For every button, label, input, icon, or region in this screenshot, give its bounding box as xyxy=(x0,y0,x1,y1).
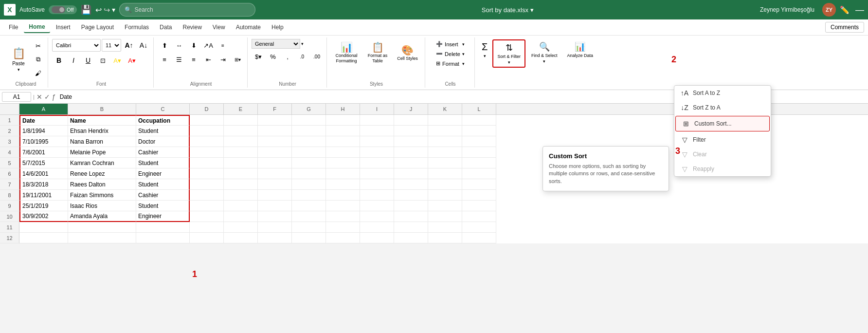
cell-b6[interactable]: Renee Lopez xyxy=(68,168,136,179)
cell-a12[interactable] xyxy=(19,233,68,243)
cell-c10[interactable]: Engineer xyxy=(136,211,190,222)
wrap-text-button[interactable]: ≡ xyxy=(216,39,230,52)
cell-e11[interactable] xyxy=(224,222,258,233)
number-format-select[interactable]: General xyxy=(252,39,300,49)
currency-button[interactable]: $▾ xyxy=(252,50,265,63)
cell-e7[interactable] xyxy=(224,179,258,190)
merge-button[interactable]: ⊞▾ xyxy=(231,53,244,66)
cell-c3[interactable]: Doctor xyxy=(136,136,190,147)
cell-e6[interactable] xyxy=(224,168,258,179)
cell-g10[interactable] xyxy=(292,211,326,222)
autosave-toggle[interactable]: Off xyxy=(49,5,76,14)
cell-a10[interactable]: 30/9/2002 xyxy=(19,211,68,222)
cell-g2[interactable] xyxy=(292,126,326,136)
cell-h8[interactable] xyxy=(326,190,360,201)
quick-access-icon[interactable]: ▾ xyxy=(112,6,115,14)
cell-h11[interactable] xyxy=(326,222,360,233)
align-center-button[interactable]: ☰ xyxy=(172,53,186,66)
cell-c8[interactable]: Cashier xyxy=(136,190,190,201)
align-left-button[interactable]: ≡ xyxy=(158,53,171,66)
cell-i4[interactable] xyxy=(360,147,394,158)
cell-d7[interactable] xyxy=(190,179,224,190)
cell-l7[interactable] xyxy=(462,179,496,190)
cell-k5[interactable] xyxy=(428,158,462,168)
percent-button[interactable]: % xyxy=(266,50,280,63)
cell-h9[interactable] xyxy=(326,201,360,211)
cell-l1[interactable] xyxy=(462,115,496,126)
cell-b12[interactable] xyxy=(68,233,136,243)
decrease-decimal-button[interactable]: .0 xyxy=(295,50,309,63)
col-header-c[interactable]: C xyxy=(136,104,190,114)
cell-e1[interactable] xyxy=(224,115,258,126)
save-icon[interactable]: 💾 xyxy=(81,4,91,15)
cell-e10[interactable] xyxy=(224,211,258,222)
cut-button[interactable]: ✂ xyxy=(31,39,45,52)
cell-e3[interactable] xyxy=(224,136,258,147)
filter-item[interactable]: ▽ Filter xyxy=(674,132,771,147)
cell-e8[interactable] xyxy=(224,190,258,201)
cell-d8[interactable] xyxy=(190,190,224,201)
cell-l10[interactable] xyxy=(462,211,496,222)
cell-j8[interactable] xyxy=(394,190,428,201)
cell-j12[interactable] xyxy=(394,233,428,243)
cell-b4[interactable]: Melanie Pope xyxy=(68,147,136,158)
cell-l4[interactable] xyxy=(462,147,496,158)
col-header-e[interactable]: E xyxy=(224,104,258,114)
menu-data[interactable]: Data xyxy=(155,22,177,33)
cell-g12[interactable] xyxy=(292,233,326,243)
cell-l9[interactable] xyxy=(462,201,496,211)
cell-d3[interactable] xyxy=(190,136,224,147)
cell-k2[interactable] xyxy=(428,126,462,136)
cell-a4[interactable]: 7/6/2001 xyxy=(19,147,68,158)
format-painter-button[interactable]: 🖌 xyxy=(31,67,45,79)
cell-j10[interactable] xyxy=(394,211,428,222)
increase-font-button[interactable]: A↑ xyxy=(122,39,136,52)
cell-h2[interactable] xyxy=(326,126,360,136)
cell-b10[interactable]: Amanda Ayala xyxy=(68,211,136,222)
cell-b3[interactable]: Nana Barron xyxy=(68,136,136,147)
font-name-select[interactable]: Calibri xyxy=(52,39,101,52)
col-header-f[interactable]: F xyxy=(258,104,292,114)
cell-i6[interactable] xyxy=(360,168,394,179)
cell-i3[interactable] xyxy=(360,136,394,147)
cell-l12[interactable] xyxy=(462,233,496,243)
cell-f4[interactable] xyxy=(258,147,292,158)
cell-d6[interactable] xyxy=(190,168,224,179)
cell-b8[interactable]: Faizan Simmons xyxy=(68,190,136,201)
insert-button[interactable]: ➕ Insert ▾ xyxy=(433,39,468,49)
cell-a11[interactable] xyxy=(19,222,68,233)
col-header-g[interactable]: G xyxy=(292,104,326,114)
col-header-l[interactable]: L xyxy=(462,104,496,114)
cancel-formula-icon[interactable]: ✕ xyxy=(36,93,42,101)
align-top-button[interactable]: ⬆ xyxy=(158,39,171,52)
sort-z-to-a-item[interactable]: ↓Z Sort Z to A xyxy=(674,100,771,115)
cell-l8[interactable] xyxy=(462,190,496,201)
menu-formulas[interactable]: Formulas xyxy=(120,22,154,33)
cell-f5[interactable] xyxy=(258,158,292,168)
col-header-i[interactable]: I xyxy=(360,104,394,114)
cell-i2[interactable] xyxy=(360,126,394,136)
comma-button[interactable]: , xyxy=(281,50,294,63)
cell-j3[interactable] xyxy=(394,136,428,147)
menu-review[interactable]: Review xyxy=(178,22,206,33)
cell-styles-button[interactable]: 🎨 Cell Styles xyxy=(394,39,421,66)
cell-e9[interactable] xyxy=(224,201,258,211)
format-as-table-button[interactable]: 📋 Format as Table xyxy=(363,39,392,66)
cell-h1[interactable] xyxy=(326,115,360,126)
border-button[interactable]: ⊡ xyxy=(96,54,109,67)
cell-f1[interactable] xyxy=(258,115,292,126)
cell-a7[interactable]: 18/3/2018 xyxy=(19,179,68,190)
cell-i12[interactable] xyxy=(360,233,394,243)
cell-k3[interactable] xyxy=(428,136,462,147)
search-bar[interactable]: 🔍 Search xyxy=(119,3,255,17)
cell-j9[interactable] xyxy=(394,201,428,211)
italic-button[interactable]: I xyxy=(67,54,80,67)
custom-sort-item[interactable]: ⊞ Custom Sort... xyxy=(675,116,770,131)
format-button[interactable]: ⊞ Format ▾ xyxy=(433,59,468,68)
sum-button[interactable]: Σ ▾ xyxy=(479,39,490,60)
font-color-button[interactable]: A▾ xyxy=(125,54,139,67)
cell-j4[interactable] xyxy=(394,147,428,158)
cell-f9[interactable] xyxy=(258,201,292,211)
cell-d4[interactable] xyxy=(190,147,224,158)
cell-f7[interactable] xyxy=(258,179,292,190)
